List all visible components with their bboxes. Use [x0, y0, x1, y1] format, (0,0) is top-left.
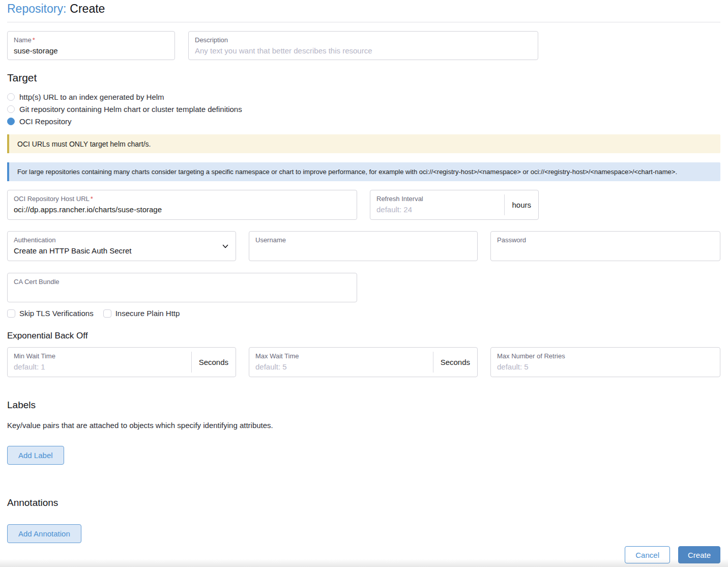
skip-tls-checkbox-item[interactable]: Skip TLS Verifications: [7, 309, 94, 318]
title-divider: [7, 22, 720, 22]
radio-option-http-url[interactable]: http(s) URL to an index generated by Hel…: [7, 91, 720, 103]
info-banner-text: For large repositories containing many c…: [17, 168, 677, 176]
insecure-http-label: Insecure Plain Http: [115, 309, 180, 318]
name-field-box: Name*: [7, 31, 175, 60]
refresh-interval-main: Refresh Interval: [370, 190, 504, 219]
max-wait-input[interactable]: [255, 362, 427, 371]
page-title-resource: Repository:: [7, 2, 66, 15]
refresh-interval-field-box: Refresh Interval hours: [370, 190, 539, 220]
refresh-interval-label: Refresh Interval: [376, 195, 498, 203]
authentication-select[interactable]: Authentication Create an HTTP Basic Auth…: [7, 231, 236, 261]
create-button[interactable]: Create: [678, 546, 720, 563]
add-label-button[interactable]: Add Label: [7, 446, 64, 465]
name-description-row: Name* Description: [7, 31, 720, 60]
description-label: Description: [195, 36, 532, 44]
radio-git-repo-label: Git repository containing Helm chart or …: [19, 105, 242, 114]
radio-git-repo-icon[interactable]: [7, 105, 15, 113]
radio-oci-repository-icon[interactable]: [7, 118, 15, 125]
name-input[interactable]: [14, 46, 168, 55]
oci-url-label: OCI Repository Host URL*: [14, 195, 351, 203]
refresh-interval-input[interactable]: [376, 205, 498, 214]
password-input[interactable]: [497, 246, 714, 255]
warning-banner: OCI URLs must ONLY target helm chart/s.: [7, 134, 720, 153]
required-asterisk: *: [33, 36, 35, 44]
username-input[interactable]: [255, 246, 471, 255]
form-footer: Cancel Create: [625, 546, 720, 563]
radio-oci-repository-label: OCI Repository: [19, 117, 72, 126]
ca-cert-label: CA Cert Bundle: [14, 278, 351, 286]
oci-url-row: OCI Repository Host URL* Refresh Interva…: [7, 190, 720, 220]
skip-tls-label: Skip TLS Verifications: [19, 309, 94, 318]
warning-banner-text: OCI URLs must ONLY target helm chart/s.: [17, 140, 151, 148]
oci-url-field-box: OCI Repository Host URL*: [7, 190, 357, 220]
cancel-button[interactable]: Cancel: [625, 546, 670, 563]
backoff-row: Min Wait Time Seconds Max Wait Time Seco…: [7, 347, 720, 377]
labels-heading: Labels: [7, 400, 720, 411]
radio-http-url-icon[interactable]: [7, 93, 15, 101]
page-title-action: Create: [70, 2, 105, 15]
annotations-heading: Annotations: [7, 497, 720, 508]
min-wait-main: Min Wait Time: [8, 348, 191, 377]
page-title: Repository:Create: [7, 1, 720, 16]
password-label: Password: [497, 236, 714, 244]
max-retries-input[interactable]: [497, 362, 714, 371]
radio-http-url-label: http(s) URL to an index generated by Hel…: [19, 93, 164, 101]
repository-create-page: Repository:Create Name* Description Targ…: [0, 0, 728, 567]
tls-options-row: Skip TLS Verifications Insecure Plain Ht…: [7, 309, 720, 318]
max-wait-field-box: Max Wait Time Seconds: [249, 347, 478, 377]
insecure-http-checkbox-item[interactable]: Insecure Plain Http: [103, 309, 180, 318]
chevron-down-icon: [222, 243, 229, 250]
info-banner: For large repositories containing many c…: [7, 162, 720, 181]
add-annotation-button[interactable]: Add Annotation: [7, 524, 81, 543]
username-label: Username: [255, 236, 471, 244]
max-wait-label: Max Wait Time: [255, 352, 427, 360]
description-input[interactable]: [195, 46, 532, 55]
max-retries-field-box: Max Number of Retries: [490, 347, 720, 377]
ca-cert-row: CA Cert Bundle: [7, 273, 720, 302]
authentication-selected-value: Create an HTTP Basic Auth Secret: [14, 246, 229, 255]
description-field-box: Description: [188, 31, 538, 60]
ca-cert-input[interactable]: [14, 288, 351, 297]
authentication-row: Authentication Create an HTTP Basic Auth…: [7, 231, 720, 261]
refresh-interval-unit: hours: [505, 190, 538, 219]
required-asterisk: *: [91, 195, 93, 203]
labels-description: Key/value pairs that are attached to obj…: [7, 421, 720, 430]
name-label: Name*: [14, 36, 168, 44]
min-wait-unit: Seconds: [192, 348, 236, 377]
radio-option-git-repo[interactable]: Git repository containing Helm chart or …: [7, 103, 720, 115]
ca-cert-field-box: CA Cert Bundle: [7, 273, 357, 302]
min-wait-field-box: Min Wait Time Seconds: [7, 347, 236, 377]
max-wait-main: Max Wait Time: [249, 348, 433, 377]
authentication-label: Authentication: [14, 236, 229, 244]
max-wait-unit: Seconds: [433, 348, 477, 377]
username-field-box: Username: [249, 231, 478, 261]
oci-url-input[interactable]: [14, 205, 351, 214]
max-retries-label: Max Number of Retries: [497, 352, 714, 360]
target-radio-group: http(s) URL to an index generated by Hel…: [7, 91, 720, 127]
bottom-scroll-shadow: [0, 559, 728, 567]
min-wait-input[interactable]: [14, 362, 185, 371]
target-heading: Target: [7, 72, 720, 84]
min-wait-label: Min Wait Time: [14, 352, 185, 360]
radio-option-oci-repository[interactable]: OCI Repository: [7, 115, 720, 127]
password-field-box: Password: [490, 231, 720, 261]
insecure-http-checkbox[interactable]: [103, 309, 111, 318]
backoff-heading: Exponential Back Off: [7, 331, 720, 341]
skip-tls-checkbox[interactable]: [7, 309, 15, 318]
